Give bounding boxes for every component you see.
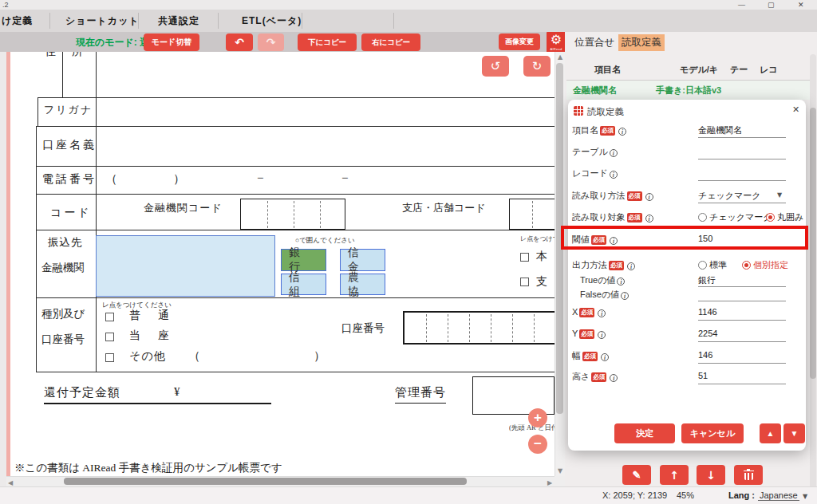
info-icon[interactable]: i xyxy=(598,331,606,339)
y-input[interactable]: 2254 xyxy=(698,329,786,338)
menu-separator xyxy=(218,13,219,29)
order-down-button[interactable]: ▼ xyxy=(783,423,805,443)
target-checkmark-radio[interactable]: チェックマーク xyxy=(698,211,772,223)
ocr-region-bank-name[interactable] xyxy=(96,235,275,297)
column-header-item: 項目名 xyxy=(594,64,621,76)
form-line xyxy=(37,97,555,98)
info-icon[interactable]: i xyxy=(645,215,653,222)
width-input[interactable]: 146 xyxy=(698,350,786,360)
document-canvas[interactable]: 住 所 フリガナ 口座名義 電話番号 コード 振込先 金融機関 種別及び 口座番… xyxy=(6,52,565,486)
lang-select[interactable]: Japanese xyxy=(758,490,799,501)
menu-tab-sorting-definition[interactable]: け定義 xyxy=(2,14,33,28)
menu-tab-common-settings[interactable]: 共通設定 xyxy=(158,14,199,28)
true-value-input[interactable]: 銀行 xyxy=(698,274,786,286)
ok-button[interactable]: 決定 xyxy=(614,423,675,443)
vertical-scrollbar-thumb[interactable] xyxy=(556,63,563,414)
edit-button[interactable]: ✎ xyxy=(622,465,651,485)
lang-label: Lang : xyxy=(728,490,755,500)
sonota-label: その他 xyxy=(129,349,166,364)
info-icon[interactable]: i xyxy=(610,149,618,157)
item-name-input[interactable]: 金融機関名 xyxy=(698,124,786,136)
radio-selected-icon xyxy=(766,213,775,222)
menu-bar: け定義 ショートカット 共通設定 ETL(ベータ) xyxy=(0,10,817,32)
move-down-button[interactable]: ↓ xyxy=(697,465,725,485)
cancel-button[interactable]: キャンセル xyxy=(681,423,744,443)
height-input[interactable]: 51 xyxy=(698,371,786,380)
check-hint-right: レ点をつけて xyxy=(520,234,559,243)
lang-caret-icon: ▼ xyxy=(803,493,807,500)
phone-dash: − xyxy=(341,171,348,185)
undo-button[interactable]: ↶ xyxy=(226,33,253,51)
delete-button[interactable] xyxy=(734,465,763,485)
scroll-up-arrow[interactable]: ▲ xyxy=(558,53,562,61)
menu-separator xyxy=(393,13,394,29)
rotate-right-button[interactable]: ↻ xyxy=(523,56,551,77)
ocr-option-nokyo[interactable]: 農 協 xyxy=(340,274,385,295)
output-individual-radio[interactable]: 個別指定 xyxy=(742,259,788,271)
info-icon[interactable]: i xyxy=(610,171,618,179)
ocr-option-bank[interactable]: 銀 行 xyxy=(281,249,326,271)
rotate-left-icon: ↺ xyxy=(491,59,501,73)
radio-selected-icon xyxy=(742,261,751,270)
refund-underline xyxy=(44,403,271,404)
output-standard-radio[interactable]: 標準 xyxy=(698,259,727,271)
info-icon[interactable]: i xyxy=(601,353,609,361)
dialog-close-icon[interactable]: ✕ xyxy=(792,104,799,115)
scroll-down-arrow[interactable]: ▼ xyxy=(558,467,562,474)
mode-switch-button[interactable]: モード切替 xyxy=(144,33,199,51)
scroll-left-arrow[interactable]: ◀ xyxy=(8,479,13,486)
head-office-checkbox[interactable] xyxy=(520,253,529,262)
table-label: テーブルi xyxy=(572,146,618,158)
sonota-checkbox[interactable] xyxy=(105,353,114,362)
copy-right-button[interactable]: 右にコピー xyxy=(361,33,420,51)
definition-row[interactable]: 金融機関名 手書き:日本語v3 xyxy=(566,81,811,100)
cursor-coordinates: X: 2059; Y: 2139 xyxy=(602,490,667,500)
zoom-in-button[interactable]: + xyxy=(528,408,547,427)
info-icon[interactable]: i xyxy=(617,278,625,285)
target-circle-radio[interactable]: 丸囲み xyxy=(766,211,803,223)
info-icon[interactable]: i xyxy=(610,237,618,245)
panel-scrollbar-thumb[interactable] xyxy=(810,108,816,379)
move-up-button[interactable]: ↑ xyxy=(660,465,689,485)
up-arrow-icon: ↑ xyxy=(669,469,679,482)
minimize-button[interactable]: — xyxy=(738,1,745,9)
maximize-button[interactable]: ▢ xyxy=(768,1,775,9)
form-line xyxy=(37,97,38,126)
info-icon[interactable]: i xyxy=(598,309,606,317)
rotate-left-button[interactable]: ↺ xyxy=(482,56,509,77)
ocr-option-shinso[interactable]: 信 組 xyxy=(281,274,326,295)
image-change-button[interactable]: 画像変更 xyxy=(499,33,540,50)
tab-read-definition[interactable]: 読取定義 xyxy=(618,34,665,51)
info-icon[interactable]: i xyxy=(618,128,626,136)
read-method-select[interactable]: チェックマーク xyxy=(698,190,786,202)
order-up-button[interactable]: ▲ xyxy=(760,423,781,443)
form-line xyxy=(36,166,555,167)
phone-label: 電話番号 xyxy=(42,172,97,187)
info-icon[interactable]: i xyxy=(627,262,635,270)
futsu-checkbox[interactable] xyxy=(105,313,114,321)
tab-position-alignment[interactable]: 位置合せ xyxy=(571,34,618,51)
x-input[interactable]: 1146 xyxy=(698,307,786,317)
info-icon[interactable]: i xyxy=(645,193,653,201)
copy-down-button[interactable]: 下にコピー xyxy=(298,33,357,51)
redo-button[interactable]: ↷ xyxy=(258,33,284,51)
toza-checkbox[interactable] xyxy=(105,333,114,341)
info-icon[interactable]: i xyxy=(621,292,629,300)
scroll-right-arrow[interactable]: ▶ xyxy=(547,479,552,486)
info-icon[interactable]: i xyxy=(610,374,618,382)
pencil-icon: ✎ xyxy=(633,469,641,481)
zoom-out-button[interactable]: − xyxy=(528,435,547,454)
radio-icon xyxy=(698,261,707,270)
type-label-2: 口座番号 xyxy=(41,333,85,347)
menu-tab-shortcut[interactable]: ショートカット xyxy=(65,14,140,28)
branch-office-checkbox[interactable] xyxy=(520,278,529,286)
horizontal-scrollbar-thumb[interactable] xyxy=(64,478,467,485)
menu-tab-etl-beta[interactable]: ETL(ベータ) xyxy=(242,14,302,28)
form-line xyxy=(36,372,555,372)
threshold-input[interactable]: 150 xyxy=(698,234,786,243)
bank-code-cells xyxy=(240,199,345,230)
undo-icon: ↶ xyxy=(235,36,244,49)
ocr-option-shinkin[interactable]: 信 金 xyxy=(340,249,385,271)
close-button[interactable]: ✕ xyxy=(798,1,804,9)
false-value-label: Falseの値i xyxy=(580,289,629,301)
